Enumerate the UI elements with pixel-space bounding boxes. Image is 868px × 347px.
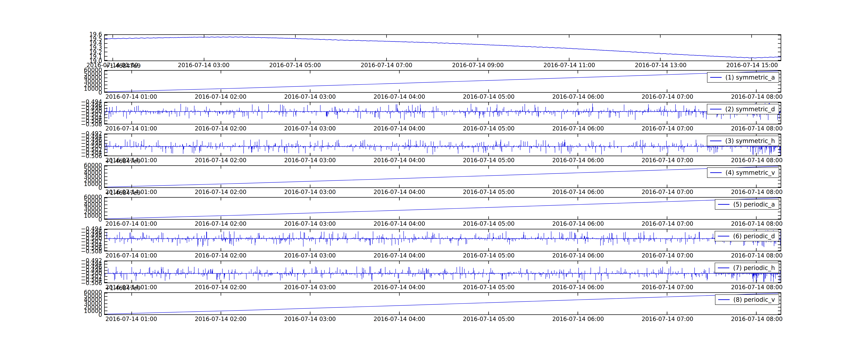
y-tick-mark bbox=[105, 264, 107, 264]
x-tick-label: 2016-07-14 02:00 bbox=[181, 284, 260, 291]
x-tick-mark bbox=[386, 35, 387, 38]
x-tick-mark bbox=[221, 153, 221, 156]
y-tick-mark bbox=[105, 121, 107, 121]
x-tick-mark bbox=[488, 198, 489, 200]
x-tick-mark bbox=[488, 293, 489, 296]
x-tick-label: 2016-07-14 07:00 bbox=[627, 125, 707, 132]
legend-label: (4) symmetric_v bbox=[725, 169, 775, 176]
y-tick-mark bbox=[105, 85, 107, 85]
x-tick-mark bbox=[667, 121, 667, 124]
y-tick-mark bbox=[105, 60, 107, 61]
x-tick-mark bbox=[488, 153, 489, 156]
y-tick-mark bbox=[105, 279, 107, 280]
x-tick-mark bbox=[131, 153, 132, 156]
y-tick-mark bbox=[105, 241, 107, 242]
x-tick-mark bbox=[399, 89, 400, 92]
legend-line-sample bbox=[718, 236, 729, 236]
legend-label: (7) periodic_h bbox=[733, 264, 775, 271]
x-tick-mark bbox=[578, 229, 578, 232]
y-tick-mark bbox=[778, 88, 781, 89]
x-tick-mark bbox=[310, 312, 310, 314]
x-tick-mark bbox=[131, 198, 132, 200]
y-tick-mark bbox=[778, 35, 781, 35]
y-tick-mark bbox=[105, 71, 107, 71]
x-tick-mark bbox=[221, 102, 221, 105]
subplot-temperature-trace bbox=[104, 34, 781, 61]
y-tick-mark bbox=[778, 52, 781, 52]
x-tick-mark bbox=[310, 89, 310, 92]
x-tick-mark bbox=[399, 198, 400, 200]
y-tick-mark bbox=[778, 229, 781, 230]
y-tick-mark bbox=[105, 311, 107, 311]
legend-box: (8) periodic_v bbox=[715, 294, 779, 305]
x-tick-mark bbox=[113, 58, 113, 61]
x-tick-mark bbox=[578, 153, 578, 156]
x-tick-label: 2016-07-14 05:00 bbox=[449, 125, 529, 132]
y-tick-mark bbox=[778, 102, 781, 103]
x-tick-label: 2016-07-14 08:00 bbox=[717, 252, 797, 259]
y-tick-mark bbox=[105, 155, 107, 156]
y-tick-mark bbox=[778, 118, 781, 118]
y-tick-mark bbox=[778, 121, 781, 121]
x-tick-mark bbox=[131, 166, 132, 169]
y-tick-mark bbox=[778, 282, 781, 283]
x-tick-mark bbox=[667, 102, 667, 105]
y-tick-mark bbox=[105, 235, 107, 236]
x-tick-mark bbox=[131, 89, 132, 92]
x-tick-mark bbox=[488, 134, 489, 137]
x-tick-label: 2016-07-14 03:00 bbox=[270, 189, 350, 195]
line-series-periodic-h bbox=[105, 261, 781, 283]
y-tick-mark bbox=[778, 60, 781, 61]
x-tick-label: 2016-07-14 05:00 bbox=[449, 157, 529, 164]
y-tick-mark bbox=[105, 219, 107, 219]
x-tick-mark bbox=[488, 248, 489, 251]
y-tick-mark bbox=[778, 92, 781, 92]
x-tick-mark bbox=[488, 216, 489, 219]
x-tick-label: 2016-07-14 01:00 bbox=[91, 125, 171, 132]
y-axis-offset-text: +1.46847e9 bbox=[105, 285, 141, 291]
y-tick-label: 60000 bbox=[57, 162, 102, 168]
x-tick-label: 2016-07-14 01:00 bbox=[91, 252, 171, 259]
legend-line-sample bbox=[710, 140, 721, 141]
x-tick-label: 2016-07-14 05:00 bbox=[449, 316, 529, 322]
x-tick-mark bbox=[221, 312, 221, 314]
y-tick-mark bbox=[105, 296, 107, 297]
x-tick-mark bbox=[399, 261, 400, 264]
x-tick-label: 2016-07-14 07:00 bbox=[627, 94, 707, 100]
x-tick-mark bbox=[667, 89, 667, 92]
x-tick-label: 2016-07-14 03:00 bbox=[270, 157, 350, 164]
y-tick-mark bbox=[105, 43, 107, 44]
y-tick-mark bbox=[105, 267, 107, 267]
x-tick-mark bbox=[756, 121, 756, 124]
subplot-symmetric-v: (4) symmetric_v bbox=[104, 165, 781, 188]
y-tick-mark bbox=[105, 204, 107, 205]
y-tick-mark bbox=[778, 279, 781, 280]
x-tick-label: 2016-07-14 02:00 bbox=[181, 252, 260, 259]
x-tick-mark bbox=[667, 261, 667, 264]
x-tick-mark bbox=[386, 58, 387, 61]
x-tick-mark bbox=[221, 71, 221, 73]
y-tick-mark bbox=[778, 248, 781, 248]
x-tick-label: 2016-07-14 02:00 bbox=[181, 157, 260, 164]
legend-line-sample bbox=[718, 267, 729, 268]
legend-box: (5) periodic_a bbox=[715, 199, 779, 210]
y-tick-mark bbox=[778, 71, 781, 71]
x-tick-mark bbox=[131, 280, 132, 283]
y-tick-mark bbox=[778, 155, 781, 156]
x-tick-label: 2016-07-14 04:00 bbox=[359, 94, 439, 100]
x-tick-label: 2016-07-14 07:00 bbox=[627, 316, 707, 322]
x-tick-label: 2016-07-14 07:00 bbox=[627, 252, 707, 259]
legend-box: (6) periodic_d bbox=[715, 231, 779, 241]
x-tick-mark bbox=[310, 121, 310, 124]
x-tick-mark bbox=[295, 35, 296, 38]
line-series-periodic-v bbox=[105, 293, 781, 314]
y-tick-mark bbox=[778, 250, 781, 251]
y-tick-mark bbox=[105, 102, 107, 103]
x-tick-mark bbox=[310, 293, 310, 296]
x-tick-mark bbox=[399, 216, 400, 219]
x-tick-label: 2016-07-14 06:00 bbox=[538, 157, 618, 164]
x-tick-label: 2016-07-14 15:00 bbox=[712, 62, 792, 68]
line-series-temperature-trace bbox=[105, 35, 781, 61]
legend-line-sample bbox=[710, 172, 722, 173]
y-tick-mark bbox=[778, 152, 781, 153]
